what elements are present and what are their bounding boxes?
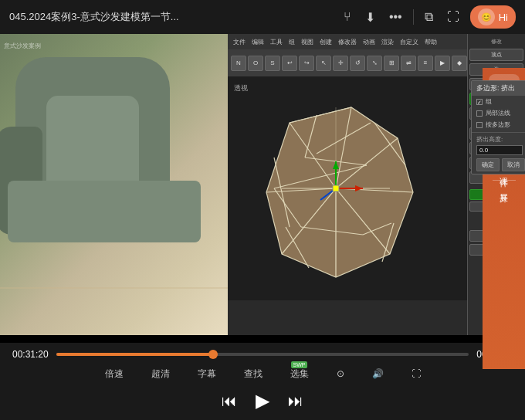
menu-animation[interactable]: 动画 <box>361 37 378 47</box>
title-text: 045.2024案例3-意式沙发建模第一节... <box>9 10 333 24</box>
3d-viewport[interactable]: 透视 <box>228 76 467 300</box>
quality-label[interactable]: 超清 <box>151 368 170 381</box>
rpanel-title: 修改 <box>469 37 523 46</box>
download-icon[interactable]: ⬇ <box>362 7 378 28</box>
user-badge[interactable]: 😊 Hi <box>470 5 516 29</box>
speed-label[interactable]: 倍速 <box>105 368 124 381</box>
max-new[interactable]: N <box>231 56 246 71</box>
max-select[interactable]: ↖ <box>316 56 331 71</box>
time-current: 00:31:20 <box>12 349 49 360</box>
menu-view[interactable]: 视图 <box>299 37 316 47</box>
popup-option-group[interactable]: 组 <box>472 96 525 107</box>
menu-tools[interactable]: 工具 <box>268 37 285 47</box>
svg-text:透视: 透视 <box>234 84 248 92</box>
volume-label[interactable]: 🔊 <box>372 368 384 379</box>
sofa-panel: 意式沙发案例 <box>0 34 228 335</box>
popup-option-local-normal[interactable]: 局部法线 <box>472 107 525 119</box>
sofa-seat <box>8 181 201 242</box>
popup-title-label: 多边形: 挤出 <box>476 83 515 93</box>
max-render[interactable]: ▶ <box>435 56 450 71</box>
max-redo[interactable]: ↪ <box>299 56 314 71</box>
progress-thumb[interactable] <box>208 350 218 359</box>
menu-custom[interactable]: 自定义 <box>398 37 421 47</box>
user-label: Hi <box>499 12 508 23</box>
max-rotate[interactable]: ↺ <box>350 56 365 71</box>
max-layer[interactable]: ≡ <box>418 56 433 71</box>
menu-create[interactable]: 创建 <box>317 37 334 47</box>
progress-section: 00:31:20 00:50:07 <box>0 343 525 366</box>
max-material[interactable]: ◆ <box>452 56 467 71</box>
playback-controls: ⏮ ▶ ⏭ <box>0 381 525 420</box>
control-labels: 倍速 超清 字幕 查找 SWP 选集 ⊙ 🔊 ⛶ <box>0 366 525 381</box>
divider <box>413 9 414 25</box>
menu-modifier[interactable]: 修改器 <box>336 37 359 47</box>
menu-render[interactable]: 渲染 <box>379 37 396 47</box>
extrude-dialog: 多边形: 挤出 × 组 局部法线 按多边形 挤出高度: mm <box>471 80 525 174</box>
expand-label[interactable]: 展开 <box>498 187 510 190</box>
max-snap[interactable]: ⊞ <box>384 56 399 71</box>
floor-line <box>0 287 228 289</box>
svg-rect-30 <box>333 185 339 191</box>
player-bottom-bar: 00:31:20 00:50:07 倍速 超清 字幕 查找 SWP 选集 ⊙ 🔊… <box>0 343 525 420</box>
popup-check-local[interactable] <box>476 110 483 117</box>
progress-fill <box>56 353 213 356</box>
player-fullscreen-label[interactable]: ⛶ <box>412 368 421 379</box>
next-button[interactable]: ⏭ <box>288 392 303 410</box>
max-scale[interactable]: ⤡ <box>367 56 382 71</box>
menu-edit[interactable]: 编辑 <box>249 37 266 47</box>
max-save[interactable]: S <box>265 56 280 71</box>
swp-badge: SWP <box>291 361 308 368</box>
prev-button[interactable]: ⏮ <box>222 392 237 410</box>
search-label[interactable]: 查找 <box>244 368 262 381</box>
popup-cancel-btn[interactable]: 取消 <box>502 158 525 171</box>
menu-help[interactable]: 帮助 <box>422 37 439 47</box>
play-button[interactable]: ▶ <box>256 390 269 412</box>
popup-apply-btn[interactable]: 确定 <box>476 158 500 171</box>
max-open[interactable]: O <box>248 56 263 71</box>
menu-group[interactable]: 组 <box>286 37 297 47</box>
max-undo[interactable]: ↩ <box>282 56 297 71</box>
mesh-wireframe: 透视 <box>228 76 467 300</box>
fullscreen-icon[interactable]: ⛶ <box>444 7 462 27</box>
progress-bar[interactable] <box>56 353 469 356</box>
max-mirror[interactable]: ⇌ <box>401 56 416 71</box>
max-move[interactable]: ✛ <box>333 56 348 71</box>
popup-title: 多边形: 挤出 × <box>472 81 525 96</box>
screenshot-label[interactable]: ⊙ <box>337 368 344 379</box>
main-content: 意式沙发案例 文件 编辑 工具 组 视图 创建 修改器 动画 渲染 自定义 帮助… <box>0 34 525 335</box>
pip-icon[interactable]: ⧉ <box>422 7 436 27</box>
float-divider-2 <box>493 180 516 181</box>
menu-file[interactable]: 文件 <box>231 37 248 47</box>
collection-label[interactable]: SWP 选集 <box>290 368 309 381</box>
sofa-watermark: 意式沙发案例 <box>4 42 41 50</box>
rpanel-vertex[interactable]: 顶点 <box>469 49 523 61</box>
extrude-height-input[interactable] <box>476 145 523 155</box>
popup-check-group[interactable] <box>476 99 483 105</box>
popup-option-by-polygon[interactable]: 按多边形 <box>472 119 525 130</box>
more-icon[interactable]: ••• <box>386 7 405 27</box>
model-panel: 文件 编辑 工具 组 视图 创建 修改器 动画 渲染 自定义 帮助 N O S … <box>228 34 525 335</box>
share-icon[interactable]: ⑂ <box>340 7 354 27</box>
avatar: 😊 <box>478 8 495 25</box>
subtitle-label[interactable]: 字幕 <box>198 368 216 381</box>
top-bar: 045.2024案例3-意式沙发建模第一节... ⑂ ⬇ ••• ⧉ ⛶ 😊 H… <box>0 0 525 34</box>
popup-check-polygon[interactable] <box>476 122 483 128</box>
